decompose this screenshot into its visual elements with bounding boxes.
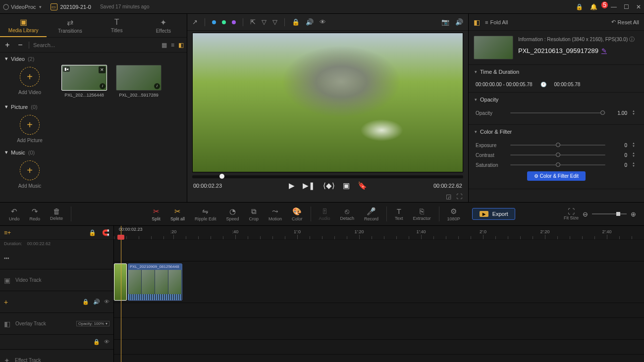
fold-all-button[interactable]: ≡Fold All: [485, 19, 508, 25]
track-header-video[interactable]: ▣Video Track: [0, 269, 113, 291]
playhead[interactable]: [121, 226, 121, 362]
fit-size-button[interactable]: ⛶Fit Size: [564, 207, 579, 220]
contrast-stepper[interactable]: ▲▼: [632, 152, 637, 158]
zoom-slider[interactable]: [592, 213, 627, 214]
color-dot-purple[interactable]: [232, 20, 236, 24]
opacity-indicator[interactable]: Opacity: 100%▾: [76, 321, 109, 326]
fullscreen-icon[interactable]: ⛶: [456, 193, 462, 200]
edit-name-icon[interactable]: ✎: [601, 47, 607, 54]
add-video-button[interactable]: +Add Video: [5, 65, 54, 95]
project-chip[interactable]: ▭ 202109-21-0: [51, 3, 91, 10]
search-input[interactable]: [33, 42, 158, 48]
play-range-button[interactable]: ▶❚: [303, 181, 315, 190]
lock-icon[interactable]: 🔒: [82, 299, 89, 305]
opacity-stepper[interactable]: ▲▼: [632, 109, 637, 116]
grid-view-icon[interactable]: ▦: [161, 42, 167, 49]
track-add-row[interactable]: +🔒🔊👁: [0, 291, 113, 313]
ripple-button[interactable]: ⇋Ripple Edit: [190, 207, 221, 221]
lib-remove-button[interactable]: −: [16, 41, 25, 50]
speed-button[interactable]: ◔Speed: [221, 207, 244, 221]
audio-button[interactable]: 🎚Audio: [314, 207, 335, 221]
undo-button[interactable]: ↶Undo: [4, 207, 25, 221]
reset-all-button[interactable]: ↶Reset All: [611, 19, 639, 25]
lock-icon[interactable]: 🔒: [292, 18, 300, 26]
color-button[interactable]: 🎨Color: [287, 207, 308, 221]
help-icon[interactable]: ⓘ: [629, 36, 635, 42]
safe-zone-icon[interactable]: ▣: [343, 181, 350, 190]
delete-button[interactable]: 🗑Delete: [45, 207, 68, 221]
lock-icon[interactable]: 🔒: [93, 339, 100, 345]
snapshot-icon[interactable]: 📷: [441, 18, 449, 26]
crop-button[interactable]: ⧉Crop: [244, 207, 264, 221]
color-dot-green[interactable]: [222, 20, 226, 24]
media-clip-1[interactable]: ▮◂✕i PXL_202...1256448: [59, 65, 109, 98]
tab-transitions[interactable]: ⇄Transitions: [47, 14, 93, 37]
scrub-bar[interactable]: [192, 175, 463, 178]
add-track-menu-icon[interactable]: ≡+: [4, 229, 11, 236]
track-header-overlay[interactable]: ◧Overlay TrackOpacity: 100%▾: [0, 313, 113, 335]
track-row[interactable]: [114, 340, 644, 355]
eye-icon[interactable]: 👁: [104, 299, 109, 305]
section-opacity[interactable]: ▾Opacity: [469, 93, 644, 106]
close-button[interactable]: ✕: [636, 3, 641, 10]
info-icon[interactable]: i: [100, 83, 106, 89]
resolution-button[interactable]: ⚙1080P: [442, 207, 465, 221]
track-row[interactable]: [114, 318, 644, 340]
volume-icon[interactable]: 🔊: [93, 299, 100, 305]
contrast-slider[interactable]: [510, 155, 605, 155]
motion-button[interactable]: ⤳Motion: [264, 207, 287, 221]
track-header-more[interactable]: •••: [0, 248, 113, 269]
track-row[interactable]: [114, 303, 644, 318]
opacity-slider[interactable]: [510, 112, 605, 113]
scrub-playhead[interactable]: [219, 174, 224, 179]
lock-tracks-icon[interactable]: 🔒: [89, 229, 96, 236]
section-time-duration[interactable]: ▾Time & Duration: [469, 65, 644, 79]
eye-icon[interactable]: 👁: [320, 18, 326, 26]
export-button[interactable]: ▶Export: [472, 208, 516, 220]
zoom-in-icon[interactable]: ⊕: [631, 210, 636, 218]
preview-viewport[interactable]: [192, 33, 463, 172]
track-row[interactable]: [114, 240, 644, 261]
section-color-filter[interactable]: ▾Color & Filter: [469, 125, 644, 139]
pip-icon[interactable]: ◲: [446, 193, 451, 200]
track-header-effect[interactable]: ✦Effect Track: [0, 350, 113, 362]
add-picture-button[interactable]: +Add Picture: [5, 113, 54, 143]
volume-icon[interactable]: 🔊: [306, 18, 314, 26]
tab-media-library[interactable]: ▣Media Library: [0, 14, 47, 37]
play-button[interactable]: ▶: [289, 181, 295, 190]
tab-titles[interactable]: TTitles: [94, 14, 140, 37]
marker-add-icon[interactable]: 🔖: [358, 181, 367, 190]
zoom-out-icon[interactable]: ⊖: [583, 210, 588, 218]
split-button[interactable]: ✂Split: [147, 207, 165, 221]
panel-toggle-icon[interactable]: ◧: [474, 18, 480, 26]
info-icon[interactable]: i: [154, 83, 160, 89]
snap-icon[interactable]: ⇱: [250, 18, 256, 26]
list-view-icon[interactable]: ≡: [171, 42, 174, 49]
section-picture[interactable]: ▾ Picture (0): [5, 103, 182, 110]
media-clip-2[interactable]: i PXL_202...5917289: [114, 65, 163, 98]
marker-icon[interactable]: ▽: [262, 18, 267, 26]
magnet-icon[interactable]: 🧲: [102, 229, 109, 236]
saturation-slider[interactable]: [510, 164, 605, 165]
color-filter-edit-button[interactable]: ⚙ Color & Filter Edit: [527, 171, 586, 181]
notification-icon[interactable]: 🔔5: [590, 3, 604, 10]
lock-icon[interactable]: 🔒: [576, 3, 583, 10]
color-dot-blue[interactable]: [212, 20, 216, 24]
preview-toggle-icon[interactable]: ◧: [178, 42, 184, 49]
track-row[interactable]: [114, 355, 644, 362]
lib-add-button[interactable]: +: [3, 41, 12, 50]
arrow-icon[interactable]: ↗: [192, 18, 198, 26]
timeline-ruler[interactable]: :20:401':01':201':402':02':202':40: [114, 226, 644, 240]
tab-effects[interactable]: ✦Effects: [140, 14, 187, 37]
app-logo[interactable]: ◯ VideoProc ▾: [3, 3, 42, 10]
saturation-stepper[interactable]: ▲▼: [632, 161, 637, 168]
timeline-clip-main[interactable]: PXL_20210909_081256448: [128, 263, 182, 301]
section-music[interactable]: ▾ Music (0): [5, 149, 182, 155]
split-all-button[interactable]: ✂Split all: [165, 207, 190, 221]
exposure-stepper[interactable]: ▲▼: [632, 142, 637, 149]
section-video[interactable]: ▾ Video (2): [5, 55, 182, 62]
add-music-button[interactable]: +Add Music: [5, 158, 54, 189]
record-button[interactable]: 🎤Record: [359, 207, 383, 221]
maximize-button[interactable]: ☐: [624, 3, 629, 10]
clip-remove-icon[interactable]: ✕: [99, 66, 106, 73]
